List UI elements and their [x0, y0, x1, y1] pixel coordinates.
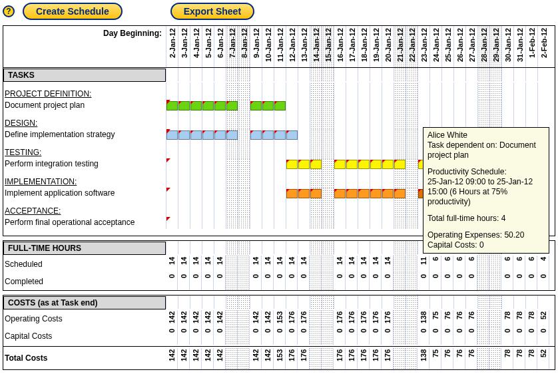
gantt-bar[interactable] — [190, 101, 202, 110]
gantt-bar[interactable] — [310, 189, 322, 198]
value-cell: 6 — [429, 256, 441, 273]
value-cell — [406, 256, 418, 273]
date-header-cell: 28-Jan-12 — [478, 26, 490, 67]
value-cell: 78 — [501, 348, 513, 369]
value-cell — [406, 348, 418, 369]
gantt-bar[interactable] — [250, 130, 262, 140]
date-header-cell: 18-Jan-12 — [358, 26, 370, 67]
costs-header-label: COSTS (as at Task end) — [3, 296, 166, 309]
completed-label: Completed — [3, 273, 166, 290]
gantt-bar[interactable] — [274, 130, 286, 140]
gantt-bar[interactable] — [334, 189, 346, 198]
value-cell: 176 — [358, 310, 370, 327]
task-group-label: IMPLEMENTATION: — [3, 170, 166, 188]
value-cell: 14 — [382, 256, 394, 273]
value-cell: 142 — [178, 310, 190, 327]
gantt-bar[interactable] — [382, 189, 394, 198]
gantt-bar[interactable] — [214, 130, 226, 140]
value-cell: 176 — [346, 310, 358, 327]
value-cell: 14 — [346, 256, 358, 273]
gantt-bar[interactable] — [346, 189, 358, 198]
gantt-bar[interactable] — [202, 130, 214, 140]
gantt-bar[interactable] — [202, 101, 214, 110]
value-cell: 0 — [202, 273, 214, 290]
value-cell — [238, 256, 250, 273]
value-cell — [226, 327, 238, 345]
gantt-bar[interactable] — [226, 130, 238, 140]
gantt-bar[interactable] — [394, 189, 406, 198]
value-cell: 14 — [178, 256, 190, 273]
gantt-bar[interactable] — [298, 160, 310, 169]
task-label: Perform integration testing — [3, 158, 166, 170]
value-cell: 0 — [262, 327, 274, 345]
value-cell: 6 — [465, 256, 477, 273]
date-header-cell: 4-Jan-12 — [190, 26, 202, 67]
completed-row: Completed 000000000000000000000000 — [3, 273, 555, 290]
task-group-label: PROJECT DEFINITION: — [3, 83, 166, 100]
gantt-bar[interactable] — [166, 130, 178, 140]
gantt-bar[interactable] — [298, 189, 310, 198]
scheduled-row: Scheduled 141414141414141414141414141414… — [3, 256, 555, 273]
gantt-bar[interactable] — [286, 130, 298, 140]
value-cell: 76 — [453, 310, 465, 327]
tooltip-ps-label: Productivity Schedule: — [427, 167, 545, 177]
gantt-bar[interactable] — [178, 130, 190, 140]
tooltip-opex: Operating Expenses: 50.20 — [427, 230, 545, 240]
value-cell: 0 — [214, 273, 226, 290]
export-sheet-button[interactable]: Export Sheet — [170, 3, 254, 20]
value-cell: 138 — [418, 310, 429, 327]
value-cell: 0 — [525, 327, 537, 345]
date-header-cell: 31-Jan-12 — [514, 26, 526, 67]
value-cell: 0 — [537, 327, 549, 345]
value-cell — [394, 273, 406, 290]
gantt-bar[interactable] — [166, 101, 178, 110]
gantt-bar[interactable] — [190, 130, 202, 140]
date-header-cell: 14-Jan-12 — [310, 26, 322, 67]
create-schedule-button[interactable]: Create Schedule — [23, 3, 123, 20]
gantt-bar[interactable] — [310, 160, 322, 169]
value-cell: 0 — [202, 327, 214, 345]
gantt-bar[interactable] — [382, 160, 394, 169]
gantt-bar[interactable] — [250, 101, 262, 110]
gantt-bar[interactable] — [274, 101, 286, 110]
value-cell: 14 — [358, 256, 370, 273]
gantt-bar[interactable] — [286, 160, 298, 169]
gantt-bar[interactable] — [214, 101, 226, 110]
gantt-bar[interactable] — [370, 160, 382, 169]
gantt-bar[interactable] — [262, 130, 274, 140]
value-cell: 0 — [298, 327, 310, 345]
value-cell — [477, 273, 489, 290]
gantt-bar[interactable] — [394, 160, 406, 169]
value-cell: 0 — [370, 327, 382, 345]
value-cell — [226, 348, 238, 369]
value-cell: 153 — [274, 348, 286, 369]
value-cell: 176 — [298, 348, 310, 369]
gantt-bar[interactable] — [286, 189, 298, 198]
gantt-bar[interactable] — [346, 160, 358, 169]
gantt-bar[interactable] — [226, 101, 238, 110]
gantt-bar[interactable] — [178, 101, 190, 110]
gantt-bar[interactable] — [358, 189, 370, 198]
value-cell: 142 — [166, 348, 178, 369]
value-cell: 176 — [370, 348, 382, 369]
operating-costs-row: Operating Costs 142142142142142142142153… — [3, 310, 555, 327]
value-cell — [406, 327, 418, 345]
date-header-cell: 8-Jan-12 — [238, 26, 250, 67]
gantt-bar[interactable] — [370, 189, 382, 198]
date-header-cell: 23-Jan-12 — [418, 26, 430, 67]
gantt-bar[interactable] — [334, 160, 346, 169]
gantt-bar[interactable] — [262, 101, 274, 110]
help-button[interactable]: ? — [3, 5, 15, 17]
value-cell — [238, 348, 250, 369]
value-cell: 14 — [286, 256, 298, 273]
date-header-cell: 2-Jan-12 — [166, 26, 178, 67]
value-cell — [322, 327, 334, 345]
value-cell: 14 — [190, 256, 202, 273]
date-header-cell: 20-Jan-12 — [382, 26, 394, 67]
value-cell: 142 — [250, 348, 262, 369]
capital-label: Capital Costs — [3, 327, 166, 345]
gantt-bar[interactable] — [358, 160, 370, 169]
value-cell: 0 — [465, 327, 477, 345]
value-cell: 78 — [525, 348, 537, 369]
value-cell — [477, 348, 489, 369]
